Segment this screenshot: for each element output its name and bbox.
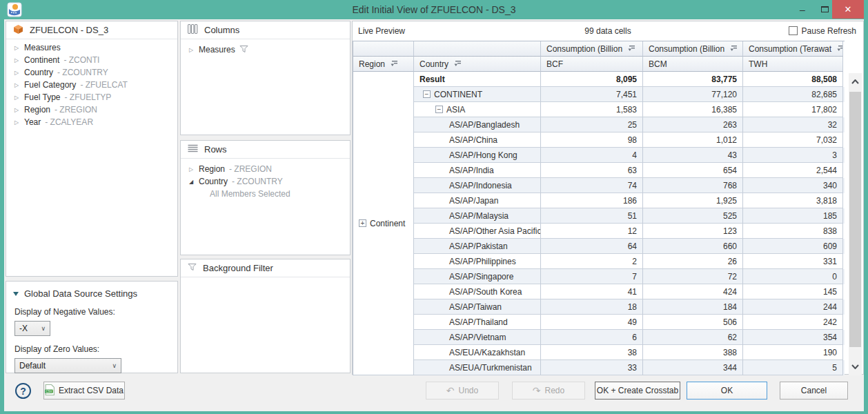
help-button[interactable]: ? bbox=[15, 383, 31, 399]
data-cell[interactable]: 838 bbox=[743, 224, 843, 239]
table-row[interactable]: AS/AP/India636542,544 bbox=[414, 163, 845, 178]
table-row[interactable]: AS/EUA/Kazakhstan38388190 bbox=[414, 345, 845, 360]
data-cell[interactable]: 609 bbox=[743, 239, 843, 254]
data-cell[interactable]: 1,925 bbox=[643, 193, 743, 208]
filter-icon[interactable] bbox=[239, 45, 248, 55]
chevron-right-icon[interactable]: ▷ bbox=[188, 166, 195, 172]
header-consumption-bcm[interactable]: Consumption (Billion bbox=[643, 41, 743, 57]
data-cell[interactable]: 8,095 bbox=[541, 72, 643, 87]
data-cell[interactable]: 242 bbox=[743, 315, 843, 330]
data-cell[interactable]: 331 bbox=[743, 254, 843, 269]
data-cell[interactable]: 33 bbox=[541, 360, 643, 375]
data-cell[interactable]: 388 bbox=[643, 345, 743, 360]
chevron-right-icon[interactable]: ▷ bbox=[188, 47, 195, 53]
table-row[interactable]: AS/EUA/Turkmenistan333445 bbox=[414, 360, 845, 375]
data-cell[interactable]: 660 bbox=[643, 239, 743, 254]
table-row[interactable]: AS/AP/Hong Kong4433 bbox=[414, 148, 845, 163]
data-cell[interactable]: 17,802 bbox=[743, 102, 843, 117]
data-cell[interactable]: 72 bbox=[643, 269, 743, 284]
data-cell[interactable]: 506 bbox=[643, 315, 743, 330]
data-cell[interactable]: 12 bbox=[541, 224, 643, 239]
header-region[interactable]: Region bbox=[353, 57, 414, 72]
sort-icon[interactable] bbox=[628, 44, 635, 54]
tree-item-fuel-type[interactable]: ▷ Fuel Type - ZFUELTYP bbox=[6, 91, 177, 103]
table-row[interactable]: AS/AP/Malaysia51525185 bbox=[414, 208, 845, 224]
data-cell[interactable]: 2,544 bbox=[743, 163, 843, 178]
tree-item-measures[interactable]: ▷ Measures bbox=[6, 41, 177, 54]
rows-item-country[interactable]: ◢ Country - ZCOUNTRY bbox=[181, 175, 350, 188]
data-cell[interactable]: 344 bbox=[643, 360, 743, 375]
data-cell[interactable]: 186 bbox=[541, 193, 643, 208]
data-cell[interactable]: 4 bbox=[541, 148, 643, 163]
table-row[interactable]: −ASIA1,58316,38517,802 bbox=[414, 102, 845, 117]
table-row[interactable]: Result8,09583,77588,508 bbox=[414, 72, 845, 87]
data-cell[interactable]: 654 bbox=[643, 163, 743, 178]
table-row[interactable]: −CONTINENT7,45177,12082,685 bbox=[414, 87, 845, 102]
chevron-right-icon[interactable]: ▷ bbox=[13, 45, 20, 51]
table-row[interactable]: AS/AP/Japan1861,9253,818 bbox=[414, 193, 845, 208]
data-cell[interactable]: 16,385 bbox=[643, 102, 743, 117]
vertical-scrollbar[interactable] bbox=[849, 73, 862, 375]
data-cell[interactable]: 82,685 bbox=[743, 87, 843, 102]
data-cell[interactable]: 63 bbox=[541, 163, 643, 178]
table-row[interactable]: AS/AP/Pakistan64660609 bbox=[414, 239, 845, 254]
data-cell[interactable]: 123 bbox=[643, 224, 743, 239]
data-cell[interactable]: 145 bbox=[743, 284, 843, 299]
data-cell[interactable]: 32 bbox=[743, 117, 843, 132]
zero-values-dropdown[interactable]: Default ∨ bbox=[14, 358, 121, 373]
close-button[interactable]: ✕ bbox=[832, 0, 864, 19]
data-cell[interactable]: 185 bbox=[743, 208, 843, 224]
data-cell[interactable]: 1,012 bbox=[643, 132, 743, 148]
data-cell[interactable]: 77,120 bbox=[643, 87, 743, 102]
sort-icon[interactable] bbox=[837, 44, 843, 54]
undo-button[interactable]: ↶ Undo bbox=[426, 382, 499, 400]
data-cell[interactable]: 525 bbox=[643, 208, 743, 224]
table-row[interactable]: AS/AP/Other Asia Pacific12123838 bbox=[414, 224, 845, 239]
data-cell[interactable]: 62 bbox=[643, 330, 743, 345]
chevron-right-icon[interactable]: ▷ bbox=[13, 82, 20, 88]
data-cell[interactable]: 354 bbox=[743, 330, 843, 345]
data-cell[interactable]: 83,775 bbox=[643, 72, 743, 87]
data-cell[interactable]: 0 bbox=[743, 269, 843, 284]
table-row[interactable]: AS/AP/Vietnam662354 bbox=[414, 330, 845, 345]
expand-icon[interactable]: + bbox=[359, 219, 366, 227]
data-cell[interactable]: 6 bbox=[541, 330, 643, 345]
sort-icon[interactable] bbox=[454, 59, 462, 69]
data-cell[interactable]: 2 bbox=[541, 254, 643, 269]
tree-item-country[interactable]: ▷ Country - ZCOUNTRY bbox=[6, 66, 177, 79]
header-unit-twh[interactable]: TWH bbox=[743, 57, 843, 72]
chevron-right-icon[interactable]: ▷ bbox=[13, 119, 20, 126]
header-unit-bcm[interactable]: BCM bbox=[643, 57, 743, 72]
header-consumption-bcf[interactable]: Consumption (Billion bbox=[541, 41, 643, 57]
ok-button[interactable]: OK bbox=[687, 382, 767, 400]
table-row[interactable]: AS/AP/Indonesia74768340 bbox=[414, 178, 845, 193]
data-cell[interactable]: 7,451 bbox=[541, 87, 643, 102]
data-cell[interactable]: 424 bbox=[643, 284, 743, 299]
columns-item-measures[interactable]: ▷ Measures bbox=[181, 43, 350, 56]
tree-item-region[interactable]: ▷ Region - ZREGION bbox=[6, 103, 177, 116]
scroll-up-button[interactable] bbox=[849, 73, 862, 90]
data-cell[interactable]: 38 bbox=[541, 345, 643, 360]
data-cell[interactable]: 88,508 bbox=[743, 72, 843, 87]
table-row[interactable]: AS/AP/South Korea41424145 bbox=[414, 284, 845, 299]
data-cell[interactable]: 184 bbox=[643, 299, 743, 315]
rows-item-region[interactable]: ▷ Region - ZREGION bbox=[181, 163, 350, 175]
cancel-button[interactable]: Cancel bbox=[780, 382, 848, 400]
ok-create-crosstab-button[interactable]: OK + Create Crosstab bbox=[595, 382, 680, 400]
tree-item-fuel-category[interactable]: ▷ Fuel Category - ZFUELCAT bbox=[6, 79, 177, 91]
data-cell[interactable]: 5 bbox=[743, 360, 843, 375]
data-cell[interactable]: 26 bbox=[643, 254, 743, 269]
tree-item-year[interactable]: ▷ Year - ZCALYEAR bbox=[6, 116, 177, 128]
extract-csv-button[interactable]: CSV Extract CSV Data bbox=[43, 382, 125, 400]
collapse-icon[interactable]: − bbox=[435, 106, 443, 113]
data-cell[interactable]: 51 bbox=[541, 208, 643, 224]
data-cell[interactable]: 43 bbox=[643, 148, 743, 163]
table-row[interactable]: AS/AP/Philippines226331 bbox=[414, 254, 845, 269]
chevron-expanded-icon[interactable]: ◢ bbox=[188, 179, 195, 185]
data-cell[interactable]: 768 bbox=[643, 178, 743, 193]
chevron-right-icon[interactable]: ▷ bbox=[13, 57, 20, 63]
data-cell[interactable]: 98 bbox=[541, 132, 643, 148]
table-row[interactable]: AS/AP/Singapore7720 bbox=[414, 269, 845, 284]
data-cell[interactable]: 1,583 bbox=[541, 102, 643, 117]
minimize-button[interactable]: – bbox=[792, 0, 813, 19]
